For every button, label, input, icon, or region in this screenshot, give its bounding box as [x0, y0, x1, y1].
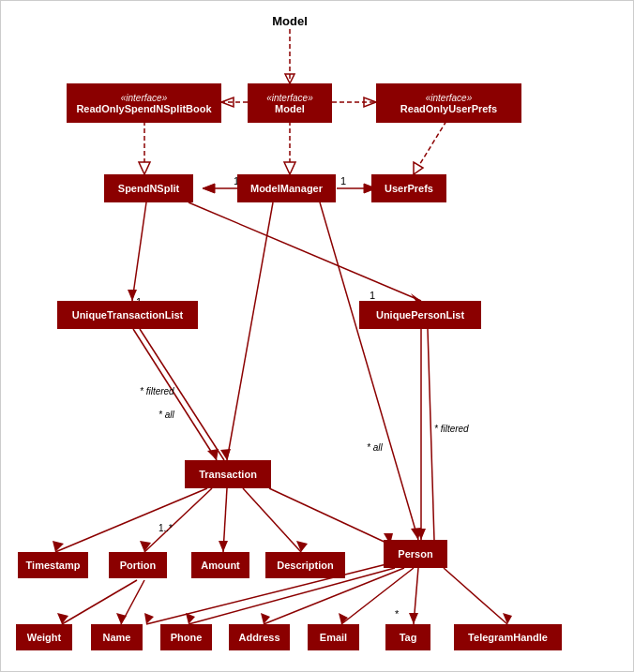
label-model-interface: Model	[275, 103, 305, 114]
svg-line-28	[320, 202, 418, 540]
stereotype-readonly-user: «interface»	[426, 93, 472, 103]
label-star-filtered-1: * filtered	[140, 386, 174, 396]
box-timestamp: Timestamp	[18, 552, 88, 578]
svg-marker-41	[57, 613, 68, 624]
label-description: Description	[277, 560, 334, 571]
label-star-all-1: * all	[158, 410, 174, 420]
svg-line-32	[144, 488, 212, 552]
label-address: Address	[238, 632, 279, 643]
box-tag: Tag	[385, 624, 430, 650]
svg-marker-27	[220, 449, 231, 460]
label-spend-nsplit: SpendNSplit	[118, 183, 179, 194]
svg-marker-55	[503, 613, 512, 624]
box-model-interface: «interface» Model	[248, 83, 332, 123]
svg-line-54	[444, 568, 507, 624]
svg-line-30	[55, 488, 207, 552]
stereotype-readonly-spend: «interface»	[121, 93, 167, 103]
svg-marker-53	[409, 613, 418, 624]
box-readonly-spend: «interface» ReadOnlySpendNSplitBook	[67, 83, 221, 123]
label-amount: Amount	[201, 560, 240, 571]
svg-marker-33	[140, 541, 151, 552]
svg-line-25	[428, 329, 434, 540]
box-weight: Weight	[16, 624, 72, 650]
svg-marker-9	[139, 162, 150, 174]
svg-marker-29	[411, 528, 421, 540]
svg-line-50	[341, 568, 414, 624]
svg-line-36	[243, 488, 301, 552]
box-description: Description	[265, 552, 345, 578]
box-spend-nsplit: SpendNSplit	[104, 174, 193, 202]
svg-line-26	[227, 202, 273, 460]
svg-marker-43	[116, 613, 127, 624]
label-name: Name	[103, 632, 131, 643]
box-address: Address	[229, 624, 290, 650]
box-telegram-handle: TelegramHandle	[454, 624, 562, 650]
box-phone: Phone	[160, 624, 212, 650]
label-transaction: Transaction	[199, 469, 257, 480]
label-readonly-user: ReadOnlyUserPrefs	[400, 103, 497, 114]
svg-marker-7	[284, 162, 295, 174]
label-1-mm-up: 1	[340, 175, 346, 187]
label-timestamp: Timestamp	[26, 560, 81, 571]
label-1-upl: 1	[370, 290, 375, 301]
box-name: Name	[91, 624, 143, 650]
label-star-filtered-2: * filtered	[434, 424, 469, 434]
label-readonly-spend: ReadOnlySpendNSplitBook	[76, 103, 211, 114]
label-telegram-handle: TelegramHandle	[468, 632, 548, 643]
diagram-container: Model 1 1 1 1	[0, 0, 634, 672]
box-amount: Amount	[191, 552, 249, 578]
label-user-prefs: UserPrefs	[385, 183, 433, 194]
label-star-all-2: * all	[367, 442, 383, 453]
label-email: Email	[320, 632, 347, 643]
label-star-tag: *	[395, 608, 400, 620]
box-unique-transaction-list: UniqueTransactionList	[57, 301, 198, 329]
svg-marker-37	[296, 541, 308, 552]
label-unique-transaction-list: UniqueTransactionList	[72, 309, 184, 321]
box-email: Email	[308, 624, 359, 650]
box-readonly-user: «interface» ReadOnlyUserPrefs	[376, 83, 521, 123]
label-model-manager: ModelManager	[250, 183, 323, 194]
box-user-prefs: UserPrefs	[371, 174, 446, 202]
model-label: Model	[272, 14, 308, 28]
label-tag: Tag	[400, 632, 417, 643]
svg-line-16	[132, 202, 146, 301]
box-model-manager: ModelManager	[237, 174, 336, 202]
box-person: Person	[384, 540, 447, 568]
svg-line-40	[62, 580, 137, 624]
box-portion: Portion	[109, 552, 167, 578]
box-unique-person-list: UniquePersonList	[359, 301, 481, 329]
svg-marker-13	[203, 184, 215, 193]
label-weight: Weight	[27, 632, 61, 643]
label-portion: Portion	[120, 560, 157, 571]
label-phone: Phone	[171, 632, 203, 643]
svg-marker-21	[207, 449, 219, 460]
box-transaction: Transaction	[185, 460, 271, 488]
stereotype-model: «interface»	[266, 93, 312, 103]
label-person: Person	[398, 548, 432, 560]
label-unique-person-list: UniquePersonList	[376, 309, 464, 321]
svg-marker-11	[414, 162, 423, 174]
label-1-star-portion: 1..*	[158, 523, 173, 533]
svg-marker-35	[219, 541, 228, 552]
svg-line-18	[189, 202, 421, 301]
